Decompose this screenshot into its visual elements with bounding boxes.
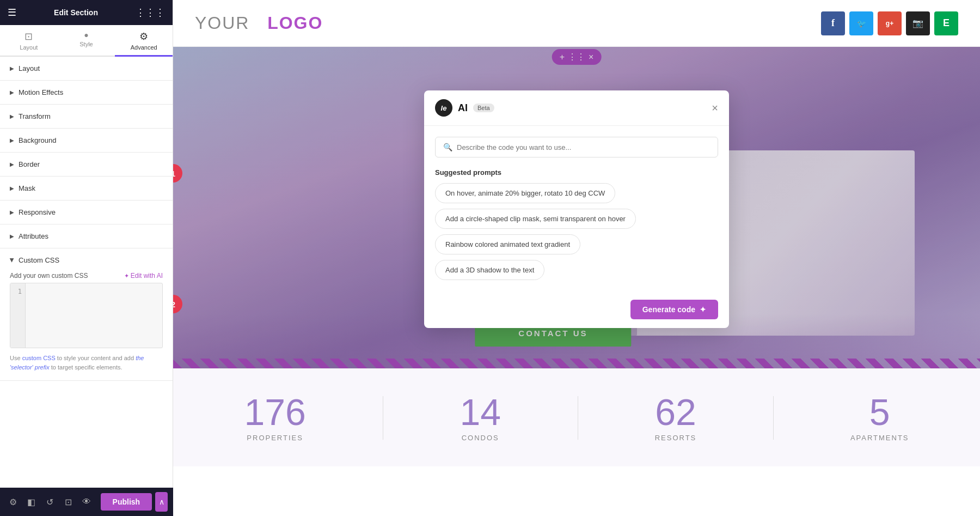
tab-layout[interactable]: ⊡ Layout (0, 25, 58, 57)
sidebar-section-responsive-header[interactable]: ▶ Responsive (0, 201, 173, 224)
tab-layout-label: Layout (20, 44, 38, 51)
prompt-pill-3[interactable]: Add a 3D shadow to the text (435, 260, 544, 280)
sidebar-tabs: ⊡ Layout ● Style ⚙ Advanced (0, 25, 173, 57)
css-input[interactable] (26, 283, 162, 348)
ai-modal-close-button[interactable]: × (712, 102, 718, 113)
generate-code-button[interactable]: Generate code ✦ (630, 300, 718, 319)
css-hint-part3: to target specific elements. (50, 364, 122, 371)
ai-modal-header-left: Ie AI Beta (435, 99, 494, 117)
twitter-letter: 🐦 (857, 19, 866, 28)
beta-badge: Beta (473, 104, 494, 112)
social-twitter-icon[interactable]: 🐦 (849, 11, 873, 35)
prompt-pill-0[interactable]: On hover, animate 20% bigger, rotato 10 … (435, 183, 615, 203)
add-css-text: Add your own custom CSS (10, 272, 88, 280)
custom-css-section-label: Custom CSS (19, 256, 59, 264)
preview-icon-btn[interactable]: 👁 (79, 493, 94, 511)
sidebar-section-motion-header[interactable]: ▶ Motion Effects (0, 81, 173, 104)
edit-with-ai-label: Edit with AI (131, 272, 163, 280)
logo-text: YOUR LOGO (195, 13, 323, 33)
tab-style[interactable]: ● Style (58, 25, 115, 57)
publish-button[interactable]: Publish (101, 493, 152, 511)
suggested-prompts-label: Suggested prompts (435, 168, 718, 177)
css-editor[interactable]: 1 (10, 283, 163, 348)
background-section-label: Background (19, 136, 56, 144)
css-hint-link1[interactable]: custom CSS (22, 355, 56, 361)
css-hint-part1: Use (10, 355, 22, 361)
attributes-arrow-icon: ▶ (10, 233, 14, 239)
social-googleplus-icon[interactable]: g+ (878, 11, 902, 35)
hamburger-icon[interactable]: ☰ (8, 7, 16, 19)
social-facebook-icon[interactable]: f (821, 11, 845, 35)
prompt-pill-1[interactable]: Add a circle-shaped clip mask, semi tran… (435, 209, 636, 229)
stat-number-resorts: 62 (655, 393, 696, 430)
mask-section-label: Mask (19, 184, 35, 192)
responsive-section-label: Responsive (19, 208, 56, 216)
generate-sparkle-icon: ✦ (700, 305, 706, 314)
sidebar-section-mask-header[interactable]: ▶ Mask (0, 177, 173, 200)
layout-arrow-icon: ▶ (10, 65, 14, 71)
history-icon-btn[interactable]: ↺ (42, 493, 57, 511)
logo-logo: LOGO (267, 13, 323, 33)
edit-with-ai-button[interactable]: ✦ Edit with AI (124, 272, 163, 280)
social-instagram-icon[interactable]: 📷 (906, 11, 930, 35)
prompt-pills: On hover, animate 20% bigger, rotato 10 … (435, 183, 718, 280)
ai-modal: Ie AI Beta × 🔍 Suggested prompts On hove (424, 90, 729, 328)
sidebar-header: ☰ Edit Section ⋮⋮⋮ (0, 0, 173, 25)
step-badge-1: 1 (173, 164, 182, 183)
sidebar-bottom: ⚙ ◧ ↺ ⊡ 👁 Publish ∧ (0, 488, 173, 516)
sidebar-section-attributes-header[interactable]: ▶ Attributes (0, 224, 173, 248)
stat-number-properties: 176 (244, 393, 305, 430)
transform-arrow-icon: ▶ (10, 113, 14, 119)
line-number-1: 1 (14, 288, 22, 295)
instagram-icon-shape: 📷 (912, 18, 923, 28)
ai-search-input[interactable] (457, 143, 710, 151)
tab-advanced-label: Advanced (131, 44, 157, 51)
social-elementor-icon[interactable]: E (934, 11, 958, 35)
layout-section-label: Layout (19, 64, 40, 72)
sidebar-section-layout: ▶ Layout (0, 57, 173, 81)
stat-label-condos: CONDOS (462, 434, 499, 442)
css-hint-part2: to style your content and add (56, 355, 136, 361)
custom-css-content: Add your own custom CSS ✦ Edit with AI 1… (0, 272, 173, 380)
stat-number-apartments: 5 (869, 393, 890, 430)
advanced-tab-icon: ⚙ (139, 31, 148, 43)
ai-modal-title: AI (458, 102, 468, 114)
stat-label-resorts: RESORTS (655, 434, 697, 442)
tab-advanced[interactable]: ⚙ Advanced (115, 25, 173, 57)
ai-icon-label: Ie (441, 104, 447, 112)
tab-style-label: Style (79, 41, 93, 47)
motion-section-label: Motion Effects (19, 88, 63, 96)
stat-divider-1 (383, 396, 383, 440)
responsive-icon-btn[interactable]: ⊡ (60, 493, 76, 511)
ai-modal-header: Ie AI Beta × (424, 90, 729, 126)
logo: YOUR LOGO (195, 13, 323, 33)
grid-icon[interactable]: ⋮⋮⋮ (136, 7, 165, 19)
ai-search-icon: 🔍 (443, 143, 452, 151)
sidebar-section-custom-css-header[interactable]: ▶ Custom CSS (0, 248, 173, 272)
ai-search-box[interactable]: 🔍 (435, 137, 718, 157)
logo-your: YOUR (195, 13, 249, 33)
stat-item-resorts: 62 RESORTS (655, 393, 697, 442)
sidebar-section-background: ▶ Background (0, 129, 173, 153)
sidebar-section-border-header[interactable]: ▶ Border (0, 153, 173, 176)
stat-label-apartments: APARTMENTS (850, 434, 909, 442)
layers-icon-btn[interactable]: ◧ (24, 493, 39, 511)
ai-modal-overlay: 1 2 Ie AI Beta × 🔍 (173, 47, 980, 368)
elementor-letter: E (943, 17, 950, 29)
sidebar-section-layout-header[interactable]: ▶ Layout (0, 57, 173, 80)
attributes-section-label: Attributes (19, 232, 48, 240)
custom-css-label: Add your own custom CSS ✦ Edit with AI (10, 272, 163, 280)
ai-modal-footer: Generate code ✦ (424, 291, 729, 328)
stat-label-properties: PROPERTIES (247, 434, 303, 442)
sidebar-title: Edit Section (54, 8, 98, 17)
generate-code-label: Generate code (642, 305, 695, 314)
layout-tab-icon: ⊡ (24, 31, 33, 43)
sidebar-section-transform-header[interactable]: ▶ Transform (0, 105, 173, 128)
sidebar-section-mask: ▶ Mask (0, 177, 173, 201)
prompt-pill-2[interactable]: Rainbow colored animated text gradient (435, 234, 580, 254)
settings-icon-btn[interactable]: ⚙ (5, 493, 21, 511)
sidebar: ☰ Edit Section ⋮⋮⋮ ⊡ Layout ● Style ⚙ Ad… (0, 0, 173, 516)
publish-chevron-button[interactable]: ∧ (155, 492, 168, 512)
sidebar-section-background-header[interactable]: ▶ Background (0, 129, 173, 152)
stat-number-condos: 14 (460, 393, 501, 430)
